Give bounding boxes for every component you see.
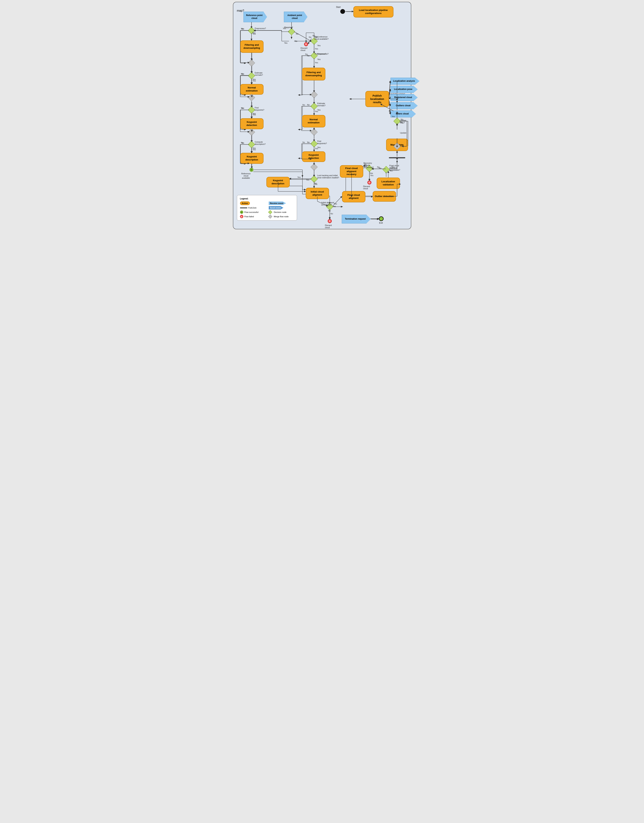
legend-flow-success-icon: ⊗: [240, 210, 243, 214]
svg-text:Yes: Yes: [370, 174, 373, 176]
termination-request: Termination request: [342, 215, 371, 224]
keypoints-no-1: No: [242, 107, 244, 109]
preprocess-yes-1: Yes: [253, 33, 256, 35]
final-alignment: Final cloud aligment: [342, 191, 365, 202]
start-label: Start: [336, 6, 340, 8]
preprocess-no-2: No: [307, 55, 310, 57]
merge-2: [248, 94, 255, 101]
legend-grid: Action Receive event Fork/Join Send even…: [240, 201, 294, 218]
svg-text:Yes: Yes: [297, 176, 301, 178]
merge-7: [310, 163, 318, 171]
svg-line-137: [294, 32, 311, 41]
normal-est-2: Normal estimation: [302, 115, 325, 127]
lost-tracking-label: Lost tracking and initialpose estimators…: [317, 174, 339, 179]
legend-flow-failed-item: ⊗ Flow failed: [240, 215, 265, 218]
legend-flow-failed-icon: ⊗: [240, 215, 243, 218]
initial-acceptable-yes: Yes: [333, 205, 336, 207]
discard-recovery-label: Discardcloud: [363, 185, 370, 190]
legend-send-item: Send event: [269, 206, 294, 210]
legend-merge-label: Merge flow node: [274, 215, 288, 218]
valid-ref-label: Valid referencecloud available?: [314, 36, 329, 40]
svg-text:No: No: [330, 213, 333, 215]
legend-decision-label: Decision node: [274, 211, 287, 213]
start-node: [340, 9, 345, 14]
final-acceptable-no: No: [379, 167, 382, 169]
recovery-yes: Yes: [370, 172, 373, 174]
legend-flow-success-label: Flow successful: [244, 211, 259, 213]
merge-3: [248, 129, 255, 136]
legend-fork-label: Fork/Join: [248, 207, 256, 209]
discard-label-1: Discardcloud: [301, 47, 307, 51]
legend-send-box: Send event: [269, 206, 284, 210]
svg-line-208: [389, 98, 390, 98]
normals-decision-2: [310, 103, 318, 110]
keypoints-label-2: Findkeypoints?: [317, 140, 327, 144]
descriptors-no-1: No: [242, 142, 244, 144]
svg-text:Yes: Yes: [315, 48, 318, 50]
svg-text:No: No: [302, 141, 305, 143]
descriptors-yes-1: Yes: [253, 147, 256, 149]
preprocess-yes-2: Yes: [317, 58, 320, 60]
valid-ref-no: No: [313, 35, 315, 37]
svg-line-91: [389, 103, 391, 114]
svg-text:Update: Update: [400, 132, 406, 134]
initial-acceptable-label: Initial aligmentacceptable?: [321, 201, 334, 206]
final-acceptable-yes: Yes: [389, 170, 393, 172]
final-cloud-recovery: Final cloud aligment recovery: [340, 165, 363, 178]
merge-6: [310, 129, 318, 136]
flow-failed-3: [328, 219, 332, 223]
legend-action-item: Action: [240, 201, 265, 205]
preprocess-label-1: Preprocess?: [255, 27, 266, 29]
legend-merge-item: Merge flow node: [269, 215, 294, 218]
normals-yes-2: Yes: [317, 109, 320, 111]
outliers-cloud-event: Outliers cloud: [391, 102, 418, 109]
mapping-no: No: [295, 40, 297, 42]
filtering-ds-1: Filtering and downsampling: [240, 40, 264, 53]
merge-5: [310, 91, 318, 98]
legend-decision-diamond: [268, 210, 272, 215]
outlier-detection: Outlier detection: [373, 191, 396, 202]
mapping-label: Mapping?: [284, 26, 293, 28]
lost-tracking-decision: [310, 175, 318, 183]
legend-receive-item: Receive event: [269, 202, 294, 205]
registered-cloud-event: Registered cloud: [391, 94, 418, 101]
publish-results: Publish localization results: [365, 91, 389, 107]
keypoint-det-2: Keypoint detection: [302, 152, 325, 162]
legend-fork-bar: [240, 207, 247, 208]
update-map-no: No: [400, 121, 403, 123]
descriptors-label-1: Computedescriptors?: [255, 141, 266, 145]
legend-title: Legend:: [240, 198, 294, 200]
lost-tracking-yes: Yes: [306, 179, 309, 181]
filtering-ds-2: Filtering and downsampling: [302, 68, 325, 80]
mapping-yes: Yes: [284, 42, 288, 44]
recovery-label: Recoveryalreadyperformed?: [363, 162, 374, 169]
keypoint-desc-1: Keypoint description: [240, 153, 264, 164]
initial-alignment: Initial cloud aligment: [306, 188, 329, 199]
loc-pose-event: Localization pose: [391, 86, 418, 93]
svg-line-90: [389, 101, 391, 106]
loc-analysis-event: Localization analysis: [391, 78, 420, 84]
keypoints-yes-2: Yes: [317, 146, 320, 149]
lost-tracking-no: No: [314, 182, 317, 184]
keypoints-label-1: Findkeypoints?: [255, 107, 264, 111]
svg-text:Yes: Yes: [334, 203, 337, 205]
keypoints-decision-2: [310, 140, 318, 147]
preprocess-decision-2: [310, 52, 318, 59]
legend-receive-box: Receive event: [269, 202, 286, 205]
normals-no-2: No: [307, 104, 310, 106]
exit-label: Exit: [379, 222, 383, 224]
ref-cloud-available-label: Referencecloudavailable: [239, 173, 253, 179]
svg-line-210: [389, 102, 390, 114]
keypoint-desc-2: Keypoint description: [267, 177, 290, 187]
keypoints-no-2: No: [307, 141, 310, 143]
fork-bar-1: [389, 157, 405, 158]
inliers-cloud-event: Inliers cloud: [391, 110, 416, 117]
exit-node: [379, 216, 383, 221]
initial-acceptable-no: No: [328, 210, 331, 212]
svg-line-206: [389, 81, 390, 95]
flow-failed-recovery: [367, 181, 371, 184]
svg-text:No: No: [296, 33, 299, 35]
preprocess-no-1: No: [242, 28, 244, 30]
legend-decision-item: Decision node: [269, 211, 294, 214]
legend-box: Legend: Action Receive event Fork/Join S…: [237, 195, 297, 221]
